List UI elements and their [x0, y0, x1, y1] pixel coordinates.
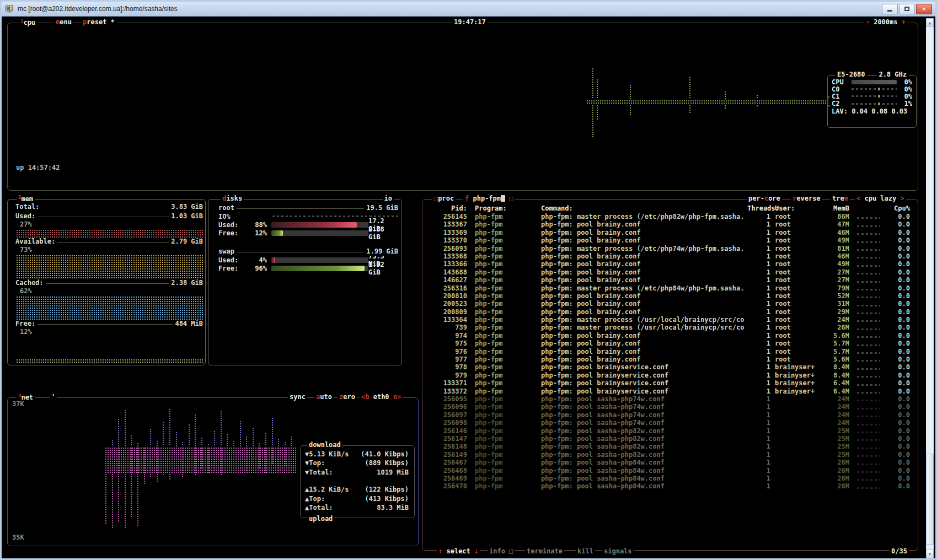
net-download-graph	[104, 403, 297, 446]
process-row[interactable]: 256093 php-fpm php-fpm: master process (…	[422, 245, 918, 252]
process-row[interactable]: 256467 php-fpm php-fpm: pool sasha-php84…	[422, 459, 918, 466]
disk-usage-bar	[271, 230, 368, 236]
scroll-up-button[interactable]: ▲	[926, 18, 934, 27]
process-cpu: 0.0	[884, 284, 910, 292]
per-core-toggle[interactable]: per-core	[747, 195, 782, 202]
sort-selector[interactable]: < cpu lazy >	[855, 195, 906, 202]
process-command: php-fpm: master process (/usr/local/brai…	[541, 324, 747, 331]
title-bar[interactable]: mc [root@a202.itdeveloper.com.ua]:/home/…	[2, 2, 935, 17]
process-row[interactable]: 133370 php-fpm php-fpm: pool brainy.conf…	[422, 236, 918, 244]
disks-box-title[interactable]: disks	[221, 195, 244, 202]
process-row[interactable]: 200523 php-fpm php-fpm: pool brainy.conf…	[422, 300, 918, 308]
process-row[interactable]: 976 php-fpm php-fpm: pool brainy.conf 1 …	[422, 348, 918, 356]
cpu-box: 1cpu menu preset * 19:47:17 - 2000ms + E…	[7, 23, 918, 191]
process-row[interactable]: 143688 php-fpm php-fpm: pool brainy.conf…	[422, 268, 918, 276]
select-control[interactable]: ↑ select ↓	[437, 547, 480, 555]
process-mem: 26M	[823, 482, 849, 490]
sort-prev-button[interactable]: <	[856, 195, 860, 202]
process-cpu: 0.0	[884, 245, 910, 252]
process-pid: 256098	[433, 419, 467, 427]
process-mem: 25M	[823, 435, 849, 443]
process-row[interactable]: 975 php-fpm php-fpm: pool brainy.conf 1 …	[422, 340, 918, 347]
next-interface-button[interactable]: n>	[393, 393, 401, 401]
process-row[interactable]: 256470 php-fpm php-fpm: pool sasha-php84…	[422, 482, 918, 490]
net-zero-button[interactable]: zero	[338, 393, 357, 401]
process-row[interactable]: 256148 php-fpm php-fpm: pool sasha-php82…	[422, 443, 918, 450]
scrollbar-thumb[interactable]	[926, 454, 934, 545]
process-program: php-fpm	[467, 324, 541, 331]
proc-box-title[interactable]: □proc	[432, 195, 456, 202]
process-pid: 256097	[433, 411, 467, 419]
terminate-button[interactable]: terminate	[525, 547, 564, 555]
net-interface-switch[interactable]: <b eth0 n>	[360, 393, 403, 401]
process-mem: 24M	[823, 419, 849, 427]
cpu-box-title[interactable]: 1cpu	[19, 18, 37, 26]
process-row[interactable]: 200810 php-fpm php-fpm: pool brainy.conf…	[422, 292, 918, 300]
tree-toggle[interactable]: tree	[831, 195, 850, 202]
search-input[interactable]: php-fpm	[473, 195, 501, 202]
process-threads: 1	[747, 475, 770, 482]
process-row[interactable]: 133364 php-fpm php-fpm: master process (…	[422, 316, 918, 324]
net-auto-button[interactable]: auto	[314, 393, 334, 401]
process-row[interactable]: 256469 php-fpm php-fpm: pool sasha-php84…	[422, 475, 918, 482]
select-up-icon[interactable]: ↑	[438, 547, 442, 555]
process-row[interactable]: 133371 php-fpm php-fpm: pool brainyservi…	[422, 379, 918, 387]
process-cpu-graph	[855, 411, 884, 419]
io-mode-button[interactable]: io	[383, 195, 394, 202]
mem-box-title[interactable]: 2mem	[17, 195, 35, 203]
sort-next-button[interactable]: >	[901, 195, 904, 202]
process-row[interactable]: 977 php-fpm php-fpm: pool brainy.conf 1 …	[422, 356, 918, 363]
kill-button[interactable]: kill	[576, 547, 595, 555]
process-row[interactable]: 133372 php-fpm php-fpm: pool brainyservi…	[422, 387, 918, 395]
scroll-down-button[interactable]: ▼	[926, 550, 934, 558]
process-row[interactable]: 974 php-fpm php-fpm: pool brainy.conf 1 …	[422, 332, 918, 340]
reverse-toggle[interactable]: reverse	[791, 195, 822, 202]
disk-usage-row: Free:96%1.92 GiB	[218, 264, 398, 272]
process-row[interactable]: 133366 php-fpm php-fpm: pool brainy.conf…	[422, 260, 918, 268]
process-row[interactable]: 256095 php-fpm php-fpm: pool sasha-php74…	[422, 395, 918, 403]
signals-button[interactable]: signals	[602, 547, 634, 555]
net-sync-button[interactable]: sync	[288, 393, 307, 401]
process-row[interactable]: 256097 php-fpm php-fpm: pool sasha-php74…	[422, 411, 918, 419]
process-command: php-fpm: pool brainy.conf	[541, 236, 747, 244]
process-program: php-fpm	[467, 451, 541, 459]
process-mem: 5.6M	[823, 356, 849, 363]
process-cpu: 0.0	[884, 252, 910, 260]
process-row[interactable]: 256149 php-fpm php-fpm: pool sasha-php82…	[422, 451, 918, 459]
process-row[interactable]: 256146 php-fpm php-fpm: pool sasha-php82…	[422, 427, 918, 435]
select-down-icon[interactable]: ↓	[474, 547, 478, 555]
process-command: php-fpm: pool sasha-php82w.conf	[541, 427, 747, 435]
process-row[interactable]: 256145 php-fpm php-fpm: master process (…	[422, 213, 918, 220]
process-row[interactable]: 256468 php-fpm php-fpm: pool sasha-php84…	[422, 467, 918, 475]
interval-increase-button[interactable]: +	[902, 18, 906, 26]
scrollbar[interactable]: ▲ ▼	[926, 18, 934, 558]
process-cpu: 0.0	[884, 443, 910, 450]
process-row[interactable]: 146627 php-fpm php-fpm: pool brainy.conf…	[422, 276, 918, 284]
process-user: root	[770, 348, 823, 356]
prev-interface-button[interactable]: <b	[361, 393, 369, 401]
proc-search[interactable]: f php-fpm □	[463, 195, 515, 202]
process-row[interactable]: 256098 php-fpm php-fpm: pool sasha-php74…	[422, 419, 918, 427]
process-cpu-graph	[855, 435, 884, 443]
menu-button[interactable]: menu	[54, 18, 73, 26]
process-row[interactable]: 133368 php-fpm php-fpm: pool brainy.conf…	[422, 252, 918, 260]
process-mem: 5.6M	[823, 332, 849, 340]
process-row[interactable]: 979 php-fpm php-fpm: pool brainyservice.…	[422, 371, 918, 379]
process-row[interactable]: 133369 php-fpm php-fpm: pool brainy.conf…	[422, 229, 918, 236]
process-row[interactable]: 978 php-fpm php-fpm: pool brainyservice.…	[422, 363, 918, 371]
process-row[interactable]: 256147 php-fpm php-fpm: pool sasha-php82…	[422, 435, 918, 443]
interval-decrease-button[interactable]: -	[866, 18, 870, 26]
process-row[interactable]: 256096 php-fpm php-fpm: pool sasha-php74…	[422, 403, 918, 411]
preset-button[interactable]: preset *	[81, 18, 116, 26]
process-cpu-graph	[855, 276, 884, 284]
close-button[interactable]: ✕	[916, 4, 932, 14]
maximize-button[interactable]	[899, 4, 915, 14]
process-row[interactable]: 200809 php-fpm php-fpm: pool brainy.conf…	[422, 308, 918, 316]
minimize-button[interactable]	[882, 4, 898, 14]
scroll-up-icon: ▲	[929, 20, 931, 25]
process-pid: 256149	[433, 451, 467, 459]
process-row[interactable]: 256316 php-fpm php-fpm: master process (…	[422, 284, 918, 292]
process-row[interactable]: 739 php-fpm php-fpm: master process (/us…	[422, 324, 918, 331]
process-row[interactable]: 133367 php-fpm php-fpm: pool brainy.conf…	[422, 220, 918, 228]
info-button[interactable]: info □	[488, 547, 515, 555]
